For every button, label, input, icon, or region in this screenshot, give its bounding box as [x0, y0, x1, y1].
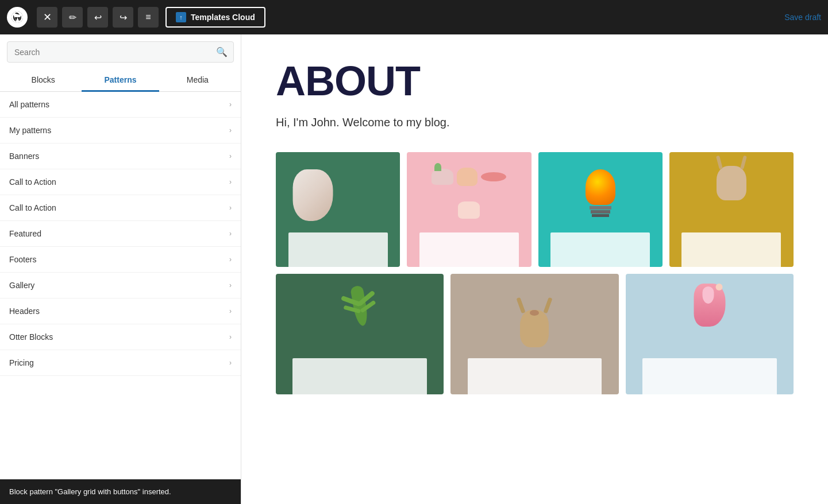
sidebar-item-label: Call to Action: [9, 177, 56, 187]
toast-notification: Block pattern "Gallery grid with buttons…: [0, 479, 241, 504]
gallery-cell-7[interactable]: [626, 274, 794, 394]
gallery-object-stone: [279, 164, 347, 227]
toast-message: Block pattern "Gallery grid with buttons…: [9, 487, 171, 496]
gallery-object-cakes: [419, 161, 519, 224]
undo-button[interactable]: ↩: [87, 7, 108, 28]
sidebar-item-label: All patterns: [9, 100, 49, 109]
sidebar-item-call-to-action-2[interactable]: Call to Action ›: [0, 195, 241, 221]
gallery-card-base: [288, 232, 388, 267]
chevron-right-icon: ›: [229, 126, 232, 134]
draw-button[interactable]: ✏: [62, 7, 83, 28]
undo-icon: ↩: [94, 12, 102, 23]
sidebar-item-label: Gallery: [9, 281, 34, 290]
gallery-card-base: [419, 232, 519, 267]
tabs: Blocks Patterns Media: [0, 69, 241, 92]
gallery-card-base: [292, 358, 427, 394]
sidebar-item-footers[interactable]: Footers ›: [0, 247, 241, 273]
chevron-right-icon: ›: [229, 255, 232, 263]
sidebar-item-label: Pricing: [9, 358, 34, 367]
search-icon: 🔍: [216, 47, 228, 57]
gallery-object-unicorn: [694, 284, 725, 327]
save-draft-button[interactable]: Save draft: [784, 13, 821, 22]
gallery-card-base: [681, 232, 781, 267]
gallery-card-base: [468, 358, 602, 394]
chevron-right-icon: ›: [229, 152, 232, 160]
sidebar-item-my-patterns[interactable]: My patterns ›: [0, 118, 241, 144]
templates-cloud-label: Templates Cloud: [191, 13, 255, 22]
page-title: ABOUT: [276, 57, 794, 104]
close-button[interactable]: ✕: [37, 7, 57, 28]
redo-button[interactable]: ↪: [113, 7, 133, 28]
chevron-right-icon: ›: [229, 281, 232, 289]
tab-blocks[interactable]: Blocks: [5, 69, 82, 92]
gallery-object-grasshopper: [353, 286, 366, 326]
sidebar-item-label: My patterns: [9, 126, 51, 135]
close-icon: ✕: [43, 11, 52, 24]
sidebar-item-pricing[interactable]: Pricing ›: [0, 350, 241, 376]
wordpress-logo[interactable]: [7, 7, 28, 28]
sidebar-item-otter-blocks[interactable]: Otter Blocks ›: [0, 324, 241, 350]
gallery-cell-5[interactable]: [276, 274, 444, 394]
gallery-cell-1[interactable]: [276, 152, 400, 267]
content-area: ABOUT Hi, I'm John. Welcome to my blog.: [241, 34, 828, 504]
chevron-right-icon: ›: [229, 333, 232, 341]
search-input[interactable]: [7, 43, 210, 61]
search-bar: 🔍: [7, 41, 234, 63]
list-button[interactable]: ≡: [138, 7, 159, 28]
toolbar: ✕ ✏ ↩ ↪ ≡ ↑ Templates Cloud Save draft: [0, 0, 828, 34]
gallery-cell-2[interactable]: [407, 152, 531, 267]
sidebar-item-featured[interactable]: Featured ›: [0, 221, 241, 247]
gallery-cell-6[interactable]: [450, 274, 618, 394]
gallery-cell-4[interactable]: [669, 152, 794, 267]
sidebar-item-label: Banners: [9, 152, 39, 161]
templates-cloud-button[interactable]: ↑ Templates Cloud: [165, 7, 265, 28]
gallery-card-base: [642, 358, 777, 394]
sidebar-item-call-to-action-1[interactable]: Call to Action ›: [0, 169, 241, 195]
sidebar-item-label: Featured: [9, 229, 41, 238]
templates-cloud-icon: ↑: [176, 12, 186, 22]
gallery-object-deer: [717, 166, 746, 200]
sidebar-item-all-patterns[interactable]: All patterns ›: [0, 92, 241, 118]
gallery-cell-3[interactable]: [538, 152, 663, 267]
chevron-right-icon: ›: [229, 230, 232, 238]
page-subtitle: Hi, I'm John. Welcome to my blog.: [276, 116, 794, 129]
list-icon: ≡: [145, 12, 151, 22]
chevron-right-icon: ›: [229, 307, 232, 315]
main-layout: 🔍 Blocks Patterns Media All patterns › M…: [0, 34, 828, 504]
chevron-right-icon: ›: [229, 204, 232, 212]
sidebar-item-headers[interactable]: Headers ›: [0, 298, 241, 324]
chevron-right-icon: ›: [229, 359, 232, 367]
gallery-row-1: [276, 152, 794, 267]
chevron-right-icon: ›: [229, 178, 232, 186]
redo-icon: ↪: [120, 12, 127, 23]
gallery-row-2: [276, 274, 794, 394]
gallery-object-lightbulb: [586, 169, 615, 217]
sidebar-item-banners[interactable]: Banners ›: [0, 144, 241, 169]
draw-icon: ✏: [69, 12, 76, 23]
sidebar-item-gallery[interactable]: Gallery ›: [0, 273, 241, 298]
chevron-right-icon: ›: [229, 100, 232, 108]
sidebar-item-label: Footers: [9, 255, 36, 264]
search-button[interactable]: 🔍: [210, 42, 233, 62]
sidebar-item-label: Call to Action: [9, 203, 56, 212]
sidebar: 🔍 Blocks Patterns Media All patterns › M…: [0, 34, 241, 504]
pattern-list: All patterns › My patterns › Banners › C…: [0, 92, 241, 504]
tab-patterns[interactable]: Patterns: [82, 69, 159, 92]
gallery-object-deer2: [520, 288, 549, 347]
gallery-card-base: [550, 232, 650, 267]
sidebar-item-label: Headers: [9, 307, 40, 316]
tab-media[interactable]: Media: [159, 69, 236, 92]
sidebar-item-label: Otter Blocks: [9, 332, 53, 342]
